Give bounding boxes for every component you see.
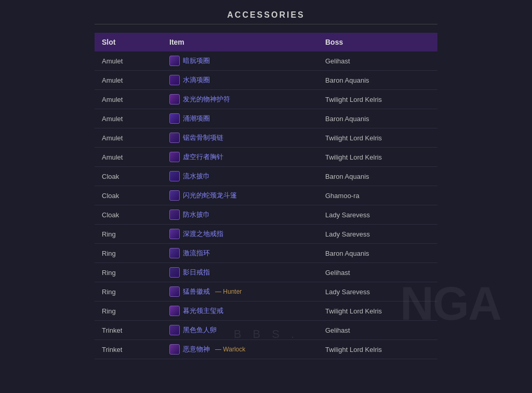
table-row: Cloak流水披巾Baron Aquanis [95, 167, 437, 186]
boss-cell: Baron Aquanis [318, 109, 437, 128]
table-row: Amulet暗朊项圈Gelihast [95, 51, 437, 71]
slot-cell: Ring [95, 302, 162, 321]
slot-cell: Amulet [95, 51, 162, 71]
slot-cell: Trinket [95, 340, 162, 359]
item-link[interactable]: 深渡之地戒指 [183, 229, 223, 239]
item-cell: 暗朊项圈 [162, 51, 318, 71]
slot-cell: Ring [95, 263, 162, 282]
item-link[interactable]: 恶意物神 [183, 345, 210, 354]
class-tag: — Warlock [215, 346, 245, 353]
item-cell: 流水披巾 [162, 167, 318, 186]
col-header-boss: Boss [318, 33, 437, 51]
item-icon [169, 286, 180, 297]
item-cell: 影日戒指 [162, 263, 318, 282]
table-row: Ring影日戒指Gelihast [95, 263, 437, 282]
item-link[interactable]: 影日戒指 [183, 268, 210, 277]
item-icon [169, 325, 180, 335]
page-wrapper: ACCESSORIES Slot Item Boss Amulet暗朊项圈Gel… [0, 0, 532, 393]
slot-cell: Ring [95, 244, 162, 263]
slot-cell: Amulet [95, 109, 162, 128]
slot-cell: Cloak [95, 167, 162, 186]
table-row: Trinket黑色鱼人卵Gelihast [95, 321, 437, 340]
table-row: Amulet虚空行者胸针Twilight Lord Kelris [95, 148, 437, 167]
slot-cell: Cloak [95, 205, 162, 225]
item-cell: 防水披巾 [162, 205, 318, 225]
boss-cell: Twilight Lord Kelris [318, 302, 437, 321]
item-link[interactable]: 激流指环 [183, 248, 210, 258]
item-link[interactable]: 发光的物神护符 [183, 95, 230, 104]
slot-cell: Amulet [95, 90, 162, 109]
accessories-table-container: Slot Item Boss Amulet暗朊项圈GelihastAmulet水… [95, 33, 437, 359]
boss-cell: Twilight Lord Kelris [318, 340, 437, 359]
item-link[interactable]: 暮光领主玺戒 [183, 306, 223, 316]
slot-cell: Cloak [95, 186, 162, 205]
item-icon [169, 75, 180, 85]
item-link[interactable]: 流水披巾 [183, 172, 210, 181]
table-row: Amulet锯齿骨制项链Twilight Lord Kelris [95, 128, 437, 148]
item-link[interactable]: 锯齿骨制项链 [183, 133, 223, 142]
boss-cell: Ghamoo-ra [318, 186, 437, 205]
table-row: Ring猛兽徽戒— HunterLady Sarevess [95, 282, 437, 302]
item-icon [169, 344, 180, 355]
item-cell: 黑色鱼人卵 [162, 321, 318, 340]
item-cell: 锯齿骨制项链 [162, 128, 318, 148]
table-row: Ring深渡之地戒指Lady Sarevess [95, 225, 437, 244]
table-header-row: Slot Item Boss [95, 33, 437, 51]
col-header-item: Item [162, 33, 318, 51]
item-cell: 深渡之地戒指 [162, 225, 318, 244]
item-cell: 虚空行者胸针 [162, 148, 318, 167]
item-cell: 恶意物神— Warlock [162, 340, 318, 359]
item-link[interactable]: 闪光的蛇颈龙斗篷 [183, 191, 237, 200]
item-icon [169, 56, 180, 66]
boss-cell: Baron Aquanis [318, 244, 437, 263]
slot-cell: Amulet [95, 148, 162, 167]
item-link[interactable]: 涌潮项圈 [183, 114, 210, 123]
table-row: Amulet水滴项圈Baron Aquanis [95, 71, 437, 90]
item-cell: 暮光领主玺戒 [162, 302, 318, 321]
item-link[interactable]: 防水披巾 [183, 210, 210, 219]
boss-cell: Gelihast [318, 263, 437, 282]
item-cell: 闪光的蛇颈龙斗篷 [162, 186, 318, 205]
item-icon [169, 248, 180, 258]
item-cell: 发光的物神护符 [162, 90, 318, 109]
item-link[interactable]: 水滴项圈 [183, 75, 210, 85]
table-row: Cloak闪光的蛇颈龙斗篷Ghamoo-ra [95, 186, 437, 205]
table-row: Amulet涌潮项圈Baron Aquanis [95, 109, 437, 128]
item-icon [169, 209, 180, 220]
item-cell: 水滴项圈 [162, 71, 318, 90]
item-cell: 激流指环 [162, 244, 318, 263]
table-row: Amulet发光的物神护符Twilight Lord Kelris [95, 90, 437, 109]
table-row: Cloak防水披巾Lady Sarevess [95, 205, 437, 225]
boss-cell: Baron Aquanis [318, 71, 437, 90]
table-row: Ring暮光领主玺戒Twilight Lord Kelris [95, 302, 437, 321]
boss-cell: Lady Sarevess [318, 225, 437, 244]
table-row: Ring激流指环Baron Aquanis [95, 244, 437, 263]
boss-cell: Lady Sarevess [318, 282, 437, 302]
boss-cell: Twilight Lord Kelris [318, 148, 437, 167]
boss-cell: Twilight Lord Kelris [318, 90, 437, 109]
item-link[interactable]: 虚空行者胸针 [183, 152, 223, 162]
item-icon [169, 113, 180, 124]
boss-cell: Baron Aquanis [318, 167, 437, 186]
slot-cell: Trinket [95, 321, 162, 340]
item-link[interactable]: 暗朊项圈 [183, 56, 210, 66]
slot-cell: Ring [95, 225, 162, 244]
item-cell: 涌潮项圈 [162, 109, 318, 128]
item-link[interactable]: 黑色鱼人卵 [183, 325, 217, 335]
item-icon [169, 133, 180, 143]
slot-cell: Amulet [95, 71, 162, 90]
boss-cell: Twilight Lord Kelris [318, 128, 437, 148]
class-tag: — Hunter [215, 288, 242, 295]
section-title: ACCESSORIES [95, 10, 437, 24]
boss-cell: Lady Sarevess [318, 205, 437, 225]
boss-cell: Gelihast [318, 321, 437, 340]
item-icon [169, 267, 180, 278]
item-icon [169, 171, 180, 181]
boss-cell: Gelihast [318, 51, 437, 71]
accessories-table: Slot Item Boss Amulet暗朊项圈GelihastAmulet水… [95, 33, 437, 359]
item-icon [169, 94, 180, 104]
item-link[interactable]: 猛兽徽戒 [183, 287, 210, 296]
slot-cell: Amulet [95, 128, 162, 148]
item-icon [169, 306, 180, 316]
item-icon [169, 152, 180, 162]
